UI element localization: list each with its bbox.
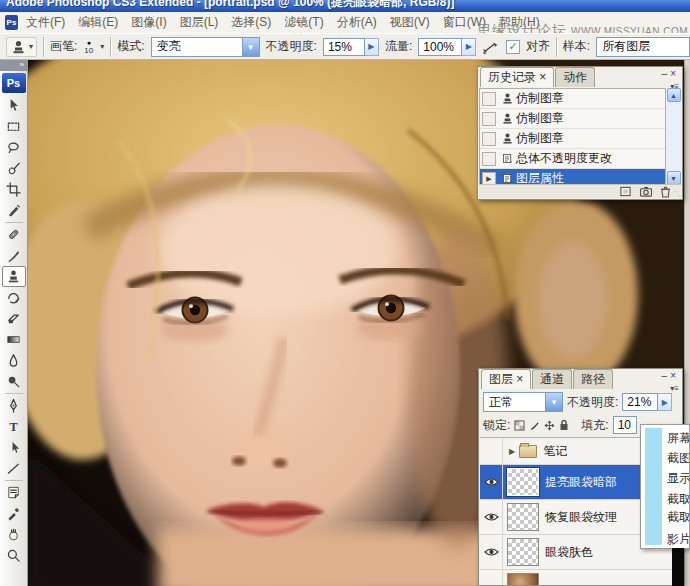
panel-window-buttons[interactable]: ‒×: [662, 68, 679, 79]
window-titlebar[interactable]: Adobe Photoshop CS3 Extended - [portrait…: [0, 0, 690, 12]
menu-item-display[interactable]: 显示: [667, 470, 690, 487]
menu-item-capture-2[interactable]: 截取: [667, 509, 690, 526]
layer-thumbnail-photo[interactable]: [507, 573, 539, 585]
tool-notes[interactable]: [2, 482, 26, 503]
tool-type[interactable]: T: [2, 416, 26, 437]
tool-slice[interactable]: [2, 200, 26, 221]
tool-quick-selection[interactable]: [2, 158, 26, 179]
layer-thumbnail[interactable]: [507, 538, 539, 566]
tool-move[interactable]: [2, 95, 26, 116]
layer-opacity-field[interactable]: 21% ▶: [622, 393, 672, 411]
layer-row-background[interactable]: [480, 570, 681, 585]
layer-name[interactable]: 笔记: [543, 443, 567, 460]
sample-select[interactable]: 所有图层: [596, 37, 690, 57]
menu-filter[interactable]: 滤镜(T): [284, 14, 323, 31]
layer-thumbnail[interactable]: [507, 503, 539, 531]
tab-layers[interactable]: 图层 ×: [481, 369, 531, 389]
tool-clone-stamp[interactable]: [2, 266, 26, 287]
menu-item-movie[interactable]: 影片: [667, 531, 690, 548]
lock-position-move-icon[interactable]: [544, 420, 555, 431]
flow-field[interactable]: 100% ▶: [418, 38, 476, 56]
layer-thumbnail[interactable]: [507, 468, 539, 496]
menu-item-screenshot[interactable]: 截图: [667, 450, 690, 467]
history-row[interactable]: 总体不透明度更改: [480, 149, 665, 169]
new-snapshot-camera-icon[interactable]: [639, 186, 653, 197]
history-scrollbar[interactable]: ▲ ▼: [665, 88, 681, 185]
menu-edit[interactable]: 编辑(E): [78, 14, 118, 31]
tool-preset-picker[interactable]: ▾: [6, 37, 37, 57]
fill-field[interactable]: 10: [613, 416, 637, 434]
menu-item-screen[interactable]: 屏幕: [667, 430, 690, 447]
tool-zoom[interactable]: [2, 545, 26, 566]
menu-view[interactable]: 视图(V): [390, 14, 430, 31]
new-document-from-state-icon[interactable]: [619, 186, 632, 197]
menu-layer[interactable]: 图层(L): [180, 14, 219, 31]
tab-history[interactable]: 历史记录 ×: [480, 67, 554, 87]
toolbox: » Ps T: [0, 60, 28, 586]
expand-triangle-icon[interactable]: ▶: [509, 447, 515, 456]
tool-healing-brush[interactable]: [2, 224, 26, 245]
align-checkbox[interactable]: ✓: [506, 40, 519, 54]
tool-brush[interactable]: [2, 245, 26, 266]
brush-label: 画笔:: [50, 38, 77, 55]
slider-arrow-icon[interactable]: ▶: [365, 38, 379, 56]
scroll-up-icon[interactable]: ▲: [667, 88, 681, 102]
menu-analysis[interactable]: 分析(A): [337, 14, 377, 31]
visibility-well[interactable]: [480, 438, 503, 464]
lock-pixels-brush-icon[interactable]: [529, 420, 540, 431]
menu-file[interactable]: 文件(F): [26, 14, 65, 31]
tool-lasso[interactable]: [2, 137, 26, 158]
layer-blend-mode-select[interactable]: 正常 ▾: [483, 392, 563, 412]
menu-image[interactable]: 图像(I): [131, 14, 166, 31]
history-panel: ‒× ▾≡ 历史记录 × 动作 仿制图章 仿制图章 仿制图章 总体不透明度更改 …: [477, 66, 683, 200]
tool-rectangular-marquee[interactable]: [2, 116, 26, 137]
tab-channels[interactable]: 通道: [532, 369, 572, 389]
panel-resize-grip[interactable]: ⋱: [674, 190, 681, 198]
history-source-well[interactable]: [482, 152, 496, 166]
delete-trash-icon[interactable]: [660, 186, 671, 198]
tab-paths[interactable]: 路径: [573, 369, 613, 389]
menu-item-capture-1[interactable]: 截取: [667, 491, 690, 508]
tool-history-brush[interactable]: [2, 287, 26, 308]
flow-label: 流量:: [385, 38, 412, 55]
slider-arrow-icon[interactable]: ▶: [658, 393, 672, 411]
tool-eraser[interactable]: [2, 308, 26, 329]
brush-preset-picker[interactable]: ● 10: [84, 39, 93, 55]
tab-actions[interactable]: 动作: [555, 67, 595, 87]
tool-eyedropper[interactable]: [2, 503, 26, 524]
lock-all-padlock-icon[interactable]: [559, 419, 569, 431]
toolbox-collapse-button[interactable]: »: [0, 60, 27, 71]
tool-gradient[interactable]: [2, 329, 26, 350]
tool-line[interactable]: [2, 458, 26, 479]
scroll-down-icon[interactable]: ▼: [667, 171, 681, 185]
slider-arrow-icon[interactable]: ▶: [462, 38, 476, 56]
tool-path-selection[interactable]: [2, 437, 26, 458]
visibility-well[interactable]: [480, 570, 503, 585]
layer-name[interactable]: 提亮眼袋暗部: [545, 474, 617, 491]
panel-window-buttons[interactable]: ‒×: [662, 370, 679, 381]
lock-transparency-icon[interactable]: [514, 420, 525, 431]
layer-name[interactable]: 恢复眼袋纹理: [545, 509, 617, 526]
history-source-well[interactable]: [482, 132, 496, 146]
eye-icon[interactable]: [484, 512, 499, 522]
eye-icon[interactable]: [484, 477, 499, 487]
menu-select[interactable]: 选择(S): [231, 14, 271, 31]
tool-pen[interactable]: [2, 395, 26, 416]
tool-crop[interactable]: [2, 179, 26, 200]
tool-hand[interactable]: [2, 524, 26, 545]
photoshop-file-icon: Ps: [5, 15, 18, 30]
blend-mode-select[interactable]: 变亮 ▾: [151, 37, 260, 57]
tool-blur[interactable]: [2, 350, 26, 371]
chevron-down-icon[interactable]: ▾: [100, 42, 104, 51]
tool-dodge[interactable]: [2, 371, 26, 392]
history-row[interactable]: 仿制图章: [480, 129, 665, 149]
history-row[interactable]: 仿制图章: [480, 89, 665, 109]
airbrush-icon[interactable]: [482, 39, 500, 55]
brush-size-value: 10: [84, 47, 93, 55]
history-source-well[interactable]: [482, 112, 496, 126]
layer-name[interactable]: 眼袋肤色: [545, 544, 593, 561]
history-row[interactable]: 仿制图章: [480, 109, 665, 129]
history-source-well[interactable]: [482, 92, 496, 106]
eye-icon[interactable]: [484, 547, 499, 557]
opacity-field[interactable]: 15% ▶: [323, 38, 379, 56]
